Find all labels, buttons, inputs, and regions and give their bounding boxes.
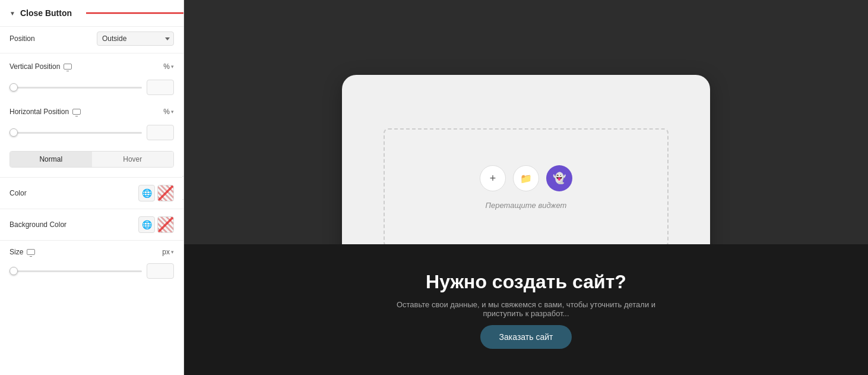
- horizontal-unit-selector[interactable]: % ▾: [163, 108, 174, 116]
- size-unit-selector[interactable]: px ▾: [162, 248, 174, 256]
- drop-zone-icons: + 📁 👻: [480, 165, 572, 191]
- order-button[interactable]: Заказать сайт: [480, 325, 572, 349]
- vertical-slider-thumb[interactable]: [9, 83, 18, 92]
- vertical-unit-selector[interactable]: % ▾: [163, 62, 174, 71]
- size-slider-row: [0, 261, 183, 285]
- vertical-slider-track[interactable]: [9, 87, 142, 89]
- panel-title: Close Button: [20, 8, 72, 18]
- monitor-icon-2: [72, 109, 81, 115]
- tab-normal[interactable]: Normal: [10, 152, 92, 167]
- size-slider-thumb[interactable]: [9, 267, 18, 275]
- monitor-icon-3: [27, 249, 35, 255]
- size-slider-track[interactable]: [9, 270, 142, 272]
- size-slider-input[interactable]: [147, 263, 174, 279]
- background-color-controls: 🌐: [138, 216, 174, 233]
- position-field-row: Position Outside Inside Center: [0, 27, 183, 51]
- chevron-down-icon: ▾: [171, 64, 174, 70]
- bottom-section: Нужно создать сайт? Оставьте свои данные…: [184, 244, 868, 375]
- monitor-icon: [64, 64, 72, 70]
- color-controls: 🌐: [138, 185, 174, 201]
- panel-collapse-button[interactable]: ◄: [182, 176, 184, 200]
- right-area: + 📁 👻 Перетащите виджет Нужно создать са…: [184, 0, 868, 375]
- horizontal-slider-row: [0, 122, 183, 146]
- horizontal-slider-input[interactable]: [147, 125, 174, 140]
- background-color-label: Background Color: [9, 220, 138, 229]
- bottom-subtitle: Оставьте свои данные, и мы свяжемся с ва…: [378, 300, 674, 318]
- size-label: Size: [9, 248, 162, 256]
- folder-icon[interactable]: 📁: [513, 165, 539, 191]
- drop-zone[interactable]: + 📁 👻 Перетащите виджет: [384, 128, 669, 247]
- vertical-position-row: Vertical Position % ▾: [0, 56, 183, 77]
- chevron-down-icon-3: ▾: [171, 249, 174, 255]
- ghost-icon[interactable]: 👻: [546, 165, 572, 191]
- add-widget-icon[interactable]: +: [480, 165, 506, 191]
- color-swatch[interactable]: [157, 185, 174, 201]
- size-row: Size px ▾: [0, 243, 183, 261]
- position-controls: Outside Inside Center: [97, 31, 174, 46]
- collapse-arrow-icon[interactable]: ▼: [9, 10, 15, 17]
- vertical-slider-row: [0, 77, 183, 101]
- horizontal-position-row: Horizontal Position % ▾: [0, 101, 183, 122]
- bg-color-swatch[interactable]: [157, 216, 174, 233]
- state-tabs: Normal Hover: [9, 151, 174, 168]
- left-panel: ▼ Close Button Position Outside Inside C…: [0, 0, 184, 375]
- horizontal-position-label: Horizontal Position: [9, 108, 163, 116]
- drop-text: Перетащите виджет: [486, 201, 567, 210]
- horizontal-slider-thumb[interactable]: [9, 128, 18, 137]
- color-global-btn[interactable]: 🌐: [138, 185, 155, 201]
- background-color-row: Background Color 🌐: [0, 212, 183, 238]
- position-select[interactable]: Outside Inside Center: [97, 31, 174, 46]
- vertical-position-label: Vertical Position: [9, 62, 163, 71]
- position-label: Position: [9, 34, 97, 43]
- bg-color-global-btn[interactable]: 🌐: [138, 216, 155, 233]
- tab-hover[interactable]: Hover: [92, 152, 174, 167]
- horizontal-slider-track[interactable]: [9, 132, 142, 134]
- chevron-down-icon-2: ▾: [171, 109, 174, 115]
- panel-header: ▼ Close Button: [0, 0, 183, 27]
- bottom-title: Нужно создать сайт?: [426, 271, 626, 293]
- color-row: Color 🌐: [0, 180, 183, 206]
- vertical-slider-input[interactable]: [147, 80, 174, 95]
- color-label: Color: [9, 189, 138, 197]
